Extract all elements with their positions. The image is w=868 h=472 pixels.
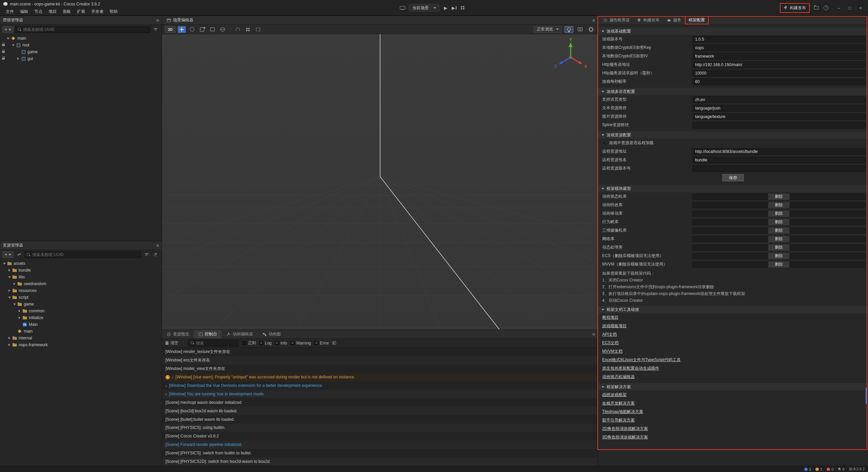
minimize-button[interactable]: – <box>833 3 844 13</box>
scene-select-dropdown[interactable]: 当前场景 <box>409 4 439 12</box>
maximize-button[interactable]: □ <box>844 3 855 13</box>
lock-icon[interactable] <box>2 58 5 60</box>
menu-item[interactable]: 开发者 <box>88 9 106 15</box>
asset-row[interactable]: oops-framework <box>0 341 162 348</box>
console-log-line[interactable]: ! › [Scene] meshopt wasm decoder initial… <box>162 398 598 407</box>
doc-link[interactable]: 游戏模板项目 <box>602 323 627 329</box>
delete-module-button[interactable]: 删除 <box>768 253 790 259</box>
console-log-line[interactable]: ! › [Scene] [PHYSICS]: using builtin. <box>162 424 598 432</box>
property-input[interactable] <box>692 70 865 77</box>
doc-link[interactable]: 动画状态机编辑器 <box>602 374 635 380</box>
snap-tool-button[interactable] <box>234 26 242 33</box>
inspector-tab[interactable]: 构建发布 <box>633 16 663 24</box>
expand-arrow-icon[interactable] <box>7 343 12 346</box>
lock-icon[interactable] <box>2 44 5 46</box>
menu-item[interactable]: 文件 <box>3 9 17 15</box>
solution-link[interactable]: 战棋游戏框架 <box>602 392 627 398</box>
scene-light-toggle[interactable] <box>565 26 573 33</box>
console-log-line[interactable]: ! › [Scene] Forward render pipeline init… <box>162 440 598 449</box>
console-filter-checkbox[interactable]: ✓ Info <box>275 341 287 346</box>
scale-tool-button[interactable] <box>198 26 206 33</box>
doc-link[interactable]: MVVM文档 <box>602 349 623 354</box>
doc-link[interactable]: 教程项目 <box>602 315 618 320</box>
console-report-icon[interactable] <box>332 341 336 345</box>
grid-snap-button[interactable] <box>244 26 252 33</box>
console-log-line[interactable]: ! › [Scene] [bullet]:bullet wasm lib loa… <box>162 415 598 424</box>
save-button[interactable]: 保存 <box>722 174 744 181</box>
delete-module-button[interactable]: 删除 <box>768 236 790 242</box>
expand-arrow-icon[interactable] <box>6 38 10 39</box>
orientation-gizmo[interactable]: Y X Z <box>550 37 591 74</box>
bottom-panel-tab[interactable]: 动画图 <box>258 330 285 338</box>
play-button[interactable]: ▶ <box>444 5 447 11</box>
solution-link[interactable]: 全栈开发解决方案 <box>602 400 635 406</box>
property-input[interactable] <box>692 165 865 172</box>
open-project-folder-icon[interactable] <box>814 6 818 9</box>
panel-menu-icon[interactable]: ≡ <box>156 18 159 23</box>
console-log-line[interactable]: ! › [Scene] Cocos Creator v3.8.2 <box>162 432 598 440</box>
expand-arrow-icon[interactable]: › <box>165 392 167 396</box>
remote-load-checkbox[interactable] <box>602 141 606 145</box>
expand-arrow-icon[interactable] <box>7 289 12 292</box>
bottom-panel-tab[interactable]: 控制台 <box>194 330 222 338</box>
console-filter-checkbox[interactable]: ✓ Warning <box>291 341 311 346</box>
section-resource-config[interactable]: 游戏资源配置 <box>598 131 868 139</box>
create-asset-button[interactable]: + <box>2 251 14 258</box>
menu-item[interactable]: 编辑 <box>17 9 31 15</box>
scene-settings-button[interactable] <box>587 26 595 33</box>
property-input[interactable] <box>692 36 865 43</box>
console-log-line[interactable]: ! › [Window] [Vue warn]: Property "onInp… <box>162 373 598 381</box>
hierarchy-node-row[interactable]: root <box>0 42 162 48</box>
scrollbar-thumb[interactable] <box>866 388 867 404</box>
menu-item[interactable]: 面板 <box>60 9 74 15</box>
console-log-line[interactable]: ! › [Window] ecs文件夹存在 <box>162 356 598 365</box>
console-search-input[interactable] <box>196 341 237 346</box>
delete-module-button[interactable]: 删除 <box>768 202 790 209</box>
inspector-tab[interactable]: 属性检查器 <box>599 16 633 24</box>
hierarchy-node-row[interactable]: main <box>0 35 162 42</box>
asset-row[interactable]: initialize <box>0 314 162 321</box>
panel-menu-icon[interactable]: ≡ <box>592 332 595 337</box>
console-log-line[interactable]: ! › [Window] You are running Vue in deve… <box>162 390 598 398</box>
section-language-config[interactable]: 游戏多语言配置 <box>598 88 868 95</box>
delete-module-button[interactable]: 删除 <box>768 210 790 217</box>
hierarchy-search-input[interactable] <box>23 27 64 32</box>
preview-device-icon[interactable] <box>400 6 405 10</box>
panel-menu-icon[interactable]: ≡ <box>592 18 595 23</box>
view-mode-dropdown[interactable]: 正常浏览 <box>534 26 562 33</box>
gizmo-z-label[interactable]: Z <box>554 64 557 69</box>
asset-row[interactable]: Main <box>0 321 162 328</box>
menu-item[interactable]: 节点 <box>31 9 45 15</box>
log-count-badge[interactable]: 3 <box>804 467 811 471</box>
expand-arrow-icon[interactable]: › <box>172 375 173 379</box>
console-filter-checkbox[interactable]: ✓ Log <box>259 341 272 346</box>
assets-refresh-button[interactable] <box>152 251 159 258</box>
asset-row[interactable]: common <box>0 308 162 314</box>
doc-link[interactable]: Excel格式转Json文件与TypeScript代码工具 <box>602 357 680 363</box>
expand-arrow-icon[interactable] <box>7 269 12 272</box>
section-solutions[interactable]: 框架解决方案 <box>598 383 868 391</box>
scene-camera-button[interactable] <box>576 26 584 33</box>
property-input[interactable] <box>692 61 865 68</box>
console-log-line[interactable]: ! › [Scene] [PHYSICS2D]: switch from box… <box>162 457 598 466</box>
property-input[interactable] <box>692 44 865 51</box>
transform-space-button[interactable] <box>218 26 226 33</box>
menu-item[interactable]: 帮助 <box>106 9 121 15</box>
expand-arrow-icon[interactable] <box>16 57 20 60</box>
delete-module-button[interactable]: 删除 <box>768 193 790 200</box>
help-icon[interactable]: ? <box>824 5 828 10</box>
asset-row[interactable]: script <box>0 294 162 301</box>
expand-arrow-icon[interactable] <box>17 316 22 319</box>
console-log-line[interactable]: ! › [Window] Download the Vue Devtools e… <box>162 381 598 390</box>
asset-row[interactable]: internal <box>0 335 162 341</box>
solution-link[interactable]: 2D角色扮演游戏解决方案 <box>602 426 648 432</box>
rotate-tool-button[interactable] <box>188 26 196 33</box>
inspector-tab[interactable]: 服务 <box>663 16 685 24</box>
section-basic-config[interactable]: 游戏基础配置 <box>598 27 868 35</box>
gizmo-y-label[interactable]: Y <box>569 37 572 42</box>
console-filter-checkbox[interactable]: ✓ 正则 <box>242 340 256 346</box>
expand-arrow-icon[interactable] <box>11 44 15 46</box>
expand-arrow-icon[interactable] <box>7 337 12 339</box>
layout-grid-icon[interactable] <box>461 6 464 9</box>
asset-row[interactable]: bundle <box>0 267 162 274</box>
